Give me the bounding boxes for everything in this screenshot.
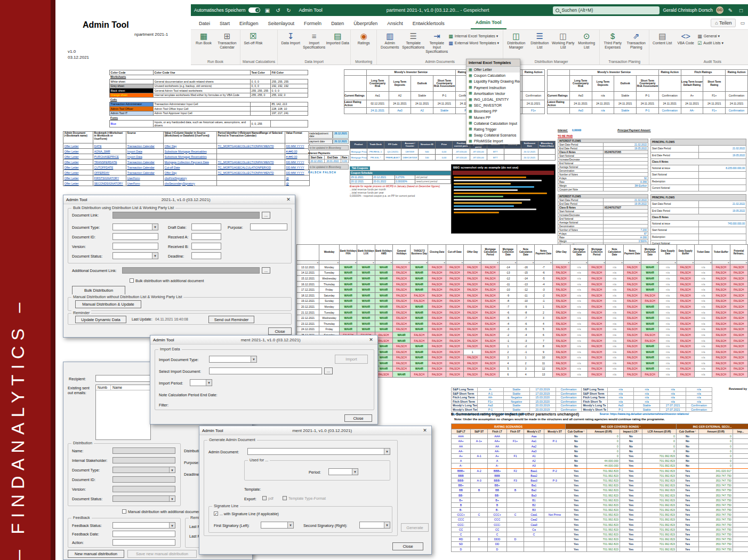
ribbon-button-working-party-list[interactable]: ◫Working Party List bbox=[551, 31, 575, 50]
filter-dropdown-icon[interactable]: ▾ bbox=[641, 261, 659, 265]
ribbon-button-content-list[interactable]: ▤Content List bbox=[650, 31, 674, 45]
source-link-right[interactable]: Source: https://www.ing.de/ueber-uns/unt… bbox=[600, 412, 748, 415]
comments-icon[interactable]: ▭ bbox=[740, 20, 745, 26]
browse-button[interactable]: ... bbox=[262, 212, 270, 219]
menu-item-swap-collateral-scenarios[interactable]: ▦Swap Collateral Scenarios bbox=[467, 132, 520, 138]
ribbon-button-ratings[interactable]: ◉Ratings bbox=[352, 31, 375, 45]
menu-anchor[interactable]: Internal Excel Templates bbox=[467, 59, 520, 67]
filter-dropdown-icon[interactable]: ▾ bbox=[677, 261, 694, 265]
ribbon-button-transaction-planing[interactable]: ⇗Transaction Planing bbox=[624, 31, 648, 50]
menu-item-liquidity-facility-drawing-request[interactable]: ▦Liquidity Facility Drawing Request bbox=[467, 78, 520, 84]
document-id-field[interactable] bbox=[112, 476, 175, 483]
document-status-select[interactable]: ▼ bbox=[112, 252, 158, 259]
ribbon-button-distribution-manager[interactable]: ◫Distribution Manager bbox=[504, 31, 528, 50]
filter-dropdown-icon[interactable]: ▾ bbox=[340, 261, 357, 265]
browse-button[interactable]: ... bbox=[324, 367, 333, 374]
share-button[interactable]: ⌂ Teilen bbox=[711, 19, 736, 27]
close-button[interactable]: Close bbox=[392, 542, 423, 550]
ribbon-button-distribution-list[interactable]: ☰Distribution List bbox=[528, 31, 551, 50]
close-icon[interactable]: ✕ bbox=[285, 197, 292, 202]
stakeholder-field[interactable] bbox=[112, 457, 175, 463]
filter-dropdown-icon[interactable]: ▾ bbox=[517, 261, 534, 265]
document-type-select[interactable]: ▼ bbox=[112, 223, 158, 230]
dialog-titlebar[interactable]: Admin Tool ment 2021-1, v1.0 (03.12.2021… bbox=[150, 335, 377, 345]
close-icon[interactable]: ✕ bbox=[421, 428, 429, 433]
undo-icon[interactable]: ↺ bbox=[274, 7, 281, 13]
filter-dropdown-icon[interactable]: ▾ bbox=[481, 261, 499, 265]
dialog-titlebar[interactable]: Admin Tool ment 2021-1, v1.0 (03.12.2021… bbox=[199, 426, 431, 435]
received-a-field[interactable] bbox=[191, 233, 221, 240]
filter-dropdown-icon[interactable]: ▾ bbox=[552, 261, 570, 265]
document-status-select[interactable]: ▼ bbox=[112, 495, 175, 502]
ribbon-tab-daten[interactable]: Daten bbox=[326, 18, 349, 29]
ribbon-tab-start[interactable]: Start bbox=[215, 18, 235, 29]
ribbon-button-monitoring-list[interactable]: ⊙Monitoring List bbox=[575, 31, 598, 50]
ribbon-tab-überprüfen[interactable]: Überprüfen bbox=[349, 18, 382, 29]
ribbon-button-vba-code[interactable]: <>VBA Code bbox=[674, 31, 697, 45]
ribbon-button-import-specifications[interactable]: ≡Import Specifications bbox=[302, 31, 326, 50]
filter-dropdown-icon[interactable]: ▾ bbox=[375, 261, 392, 265]
ribbon-button-imported-data[interactable]: ▤Imported Data bbox=[326, 31, 349, 45]
menu-item-ing-legal-entity[interactable]: ▦ING_LEGAL_ENTITY bbox=[467, 97, 520, 102]
filter-dropdown-icon[interactable]: ▾ bbox=[297, 261, 319, 265]
ribbon-tab-einfügen[interactable]: Einfügen bbox=[235, 18, 263, 29]
name-field[interactable] bbox=[112, 447, 175, 454]
send-reminder-button[interactable]: Send out Reminder bbox=[208, 316, 254, 323]
filter-dropdown-icon[interactable]: ▾ bbox=[411, 261, 428, 265]
filter-dropdown-icon[interactable]: ▾ bbox=[446, 261, 463, 265]
filter-dropdown-icon[interactable]: ▾ bbox=[392, 261, 410, 265]
received-b-field[interactable] bbox=[191, 243, 221, 250]
import-button[interactable]: Import bbox=[335, 355, 368, 364]
select-import-field[interactable] bbox=[209, 367, 322, 374]
filter-dropdown-icon[interactable]: ▾ bbox=[464, 261, 481, 265]
deadline-field[interactable] bbox=[191, 252, 221, 259]
update-dynamic-data-button[interactable]: Update Dynamic Data bbox=[75, 316, 126, 323]
filter-dropdown-icon[interactable]: ▾ bbox=[623, 261, 641, 265]
version-field[interactable] bbox=[112, 243, 158, 250]
browse-button[interactable]: ... bbox=[262, 267, 270, 274]
menu-item-offer-letter[interactable]: ▦Offer Letter bbox=[467, 67, 520, 73]
close-button[interactable]: Close bbox=[268, 327, 292, 335]
ribbon-button-audit-lists-[interactable]: ☑Audit Lists ▾ bbox=[697, 41, 748, 46]
ribbon-button-set-off-risk[interactable]: ☒Set-off Risk bbox=[242, 31, 265, 45]
menu-item-rating-trigger[interactable]: ▦Rating Trigger bbox=[467, 126, 520, 132]
filter-dropdown-icon[interactable]: ▾ bbox=[694, 261, 712, 265]
filter-dropdown-icon[interactable]: ▾ bbox=[588, 261, 606, 265]
window-icon[interactable]: □ bbox=[737, 7, 745, 13]
avatar[interactable]: GD bbox=[716, 6, 723, 14]
filter-dropdown-icon[interactable]: ▾ bbox=[606, 261, 623, 265]
additional-link-field[interactable] bbox=[122, 267, 260, 274]
ribbon-button-data-import[interactable]: ↧Data Import bbox=[279, 31, 302, 45]
import-type-select[interactable]: ▼ bbox=[209, 356, 257, 363]
filter-dropdown-icon[interactable]: ▾ bbox=[535, 261, 552, 265]
menu-item-bloomberg-pp[interactable]: ▦Bloomberg PP bbox=[467, 108, 520, 114]
draft-date-field[interactable] bbox=[191, 223, 221, 230]
save-manual-distribution-button[interactable]: Save new manual distribution bbox=[127, 550, 197, 558]
document-id-field[interactable] bbox=[112, 233, 158, 240]
pdf-checkbox[interactable]: pdf bbox=[262, 496, 274, 500]
feedback-date-field[interactable] bbox=[112, 531, 175, 537]
menu-item-promisse-import[interactable]: ▦PRoMISSe Import bbox=[467, 138, 520, 144]
menu-item-payment-instruction[interactable]: ▦Payment Instruction bbox=[467, 85, 520, 91]
version-field[interactable] bbox=[112, 486, 175, 492]
import-period-select[interactable]: ▼ bbox=[190, 379, 212, 386]
action-field[interactable] bbox=[112, 539, 175, 546]
ribbon-button-general-[interactable]: ▦General ▾ bbox=[697, 34, 748, 39]
menu-item-coupon-calculation[interactable]: ▦Coupon Calculation bbox=[467, 73, 520, 78]
document-link-field[interactable] bbox=[112, 212, 260, 219]
ribbon-tab-entwicklertools[interactable]: Entwicklertools bbox=[408, 18, 449, 29]
bulk-distribution-button[interactable]: Bulk Distribution bbox=[72, 286, 125, 295]
filter-dropdown-icon[interactable]: ▾ bbox=[319, 261, 340, 265]
pen-icon[interactable]: ✎ bbox=[727, 7, 734, 13]
bulk-additional-checkbox[interactable]: Bulk distribution with additional docume… bbox=[130, 278, 204, 283]
save-icon[interactable]: ▣ bbox=[263, 7, 271, 13]
ribbon-tab-admin-tool[interactable]: Admin Tool bbox=[471, 17, 506, 29]
close-icon[interactable]: ✕ bbox=[367, 337, 375, 342]
template-format-checkbox[interactable]: Template Type-Format bbox=[283, 496, 326, 500]
ribbon-tab-formeln[interactable]: Formeln bbox=[299, 18, 326, 29]
existing-emails-list[interactable]: NumbName bbox=[95, 385, 151, 440]
feedback-status-select[interactable]: ▼ bbox=[112, 522, 175, 529]
period-select[interactable]: ▼ bbox=[328, 468, 358, 475]
filter-dropdown-icon[interactable]: ▾ bbox=[730, 261, 747, 265]
second-signatory-select[interactable]: ▼ bbox=[359, 522, 390, 529]
